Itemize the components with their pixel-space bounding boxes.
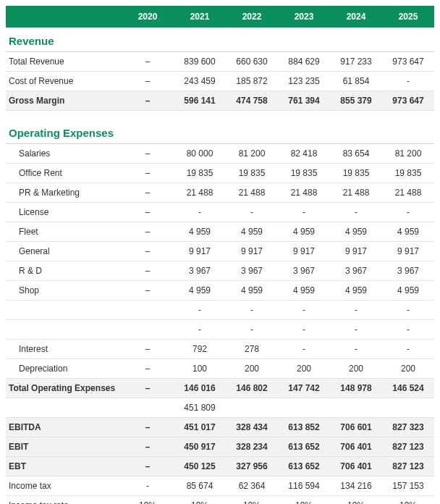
- cell: 4 959: [174, 281, 226, 301]
- cell: 19 835: [174, 164, 226, 183]
- row-label: EBT: [6, 457, 122, 476]
- cell: 706 401: [330, 457, 382, 476]
- cell: 4 959: [330, 222, 382, 242]
- table-row: Shop–4 9594 9594 9594 9594 959: [6, 281, 434, 301]
- table-row: Interest–792278---: [6, 340, 434, 359]
- row-label: [6, 320, 122, 340]
- cell: -: [226, 320, 278, 340]
- section-header: Revenue: [6, 28, 434, 52]
- cell: [278, 398, 330, 418]
- section-title: Operating Expenses: [6, 119, 434, 144]
- cell: 62 364: [226, 476, 278, 496]
- mini-row: 451 809: [6, 398, 434, 418]
- cell: -: [278, 203, 330, 222]
- year-header: 2024: [330, 6, 382, 28]
- cell: 81 200: [382, 144, 434, 164]
- cell: 660 630: [226, 52, 278, 72]
- cell: 82 418: [278, 144, 330, 164]
- table-row: License–-----: [6, 203, 434, 222]
- row-label: Fleet: [6, 222, 122, 242]
- cell: 328 434: [226, 418, 278, 437]
- row-label: EBIT: [6, 437, 122, 457]
- financial-table: 2020 2021 2022 2023 2024 2025 RevenueTot…: [6, 6, 434, 504]
- cell: 884 629: [278, 52, 330, 72]
- total-opex-row: Total Operating Expenses–146 016146 8021…: [6, 379, 434, 398]
- cell: -: [174, 320, 226, 340]
- table-row: Cost of Revenue–243 459185 872123 23561 …: [6, 72, 434, 91]
- year-header: 2023: [278, 6, 330, 28]
- cell: 327 956: [226, 457, 278, 476]
- cell: -: [330, 340, 382, 359]
- cell: 827 123: [382, 437, 434, 457]
- cell: 147 742: [278, 379, 330, 398]
- cell: 613 652: [278, 457, 330, 476]
- cell: –: [122, 359, 174, 379]
- table-row: Depreciation–100200200200200: [6, 359, 434, 379]
- cell: 200: [226, 359, 278, 379]
- cell: 19%: [382, 496, 434, 505]
- cell: -: [330, 301, 382, 320]
- cell: 4 959: [174, 222, 226, 242]
- cell: 19 835: [330, 164, 382, 183]
- cell: 19%: [278, 496, 330, 505]
- cell: 21 488: [174, 183, 226, 203]
- cell: 19%: [226, 496, 278, 505]
- cell: 19 835: [278, 164, 330, 183]
- cell: [226, 398, 278, 418]
- row-label: PR & Marketing: [6, 183, 122, 203]
- cell: 146 524: [382, 379, 434, 398]
- cell: 792: [174, 340, 226, 359]
- cell: 134 216: [330, 476, 382, 496]
- cell: 146 802: [226, 379, 278, 398]
- cell: -: [278, 320, 330, 340]
- cell: 3 967: [278, 261, 330, 281]
- gross-margin-row: Gross Margin–596 141474 758761 394855 37…: [6, 91, 434, 111]
- cell: 9 917: [174, 242, 226, 261]
- year-header: 2020: [122, 6, 174, 28]
- cell: 4 959: [278, 281, 330, 301]
- row-label: Depreciation: [6, 359, 122, 379]
- cell: 123 235: [278, 72, 330, 91]
- cell: 3 967: [382, 261, 434, 281]
- header-row: 2020 2021 2022 2023 2024 2025: [6, 6, 434, 28]
- row-label: [6, 398, 122, 418]
- cell: 19%: [122, 496, 174, 505]
- section-header: Operating Expenses: [6, 119, 434, 144]
- row-label: Interest: [6, 340, 122, 359]
- cell: 19 835: [226, 164, 278, 183]
- cell: [330, 398, 382, 418]
- cell: -: [174, 301, 226, 320]
- cell: 3 967: [174, 261, 226, 281]
- section-title: Revenue: [6, 28, 434, 52]
- year-header: 2025: [382, 6, 434, 28]
- cell: -: [278, 301, 330, 320]
- cell: –: [122, 72, 174, 91]
- cell: 450 917: [174, 437, 226, 457]
- cell: 827 323: [382, 418, 434, 437]
- row-label: Cost of Revenue: [6, 72, 122, 91]
- cell: 200: [278, 359, 330, 379]
- cell: 4 959: [278, 222, 330, 242]
- cell: 9 917: [278, 242, 330, 261]
- cell: 706 401: [330, 437, 382, 457]
- row-label: EBITDA: [6, 418, 122, 437]
- table-row: Fleet–4 9594 9594 9594 9594 959: [6, 222, 434, 242]
- cell: 85 674: [174, 476, 226, 496]
- row-label: Income tax rate: [6, 496, 122, 505]
- cell: [122, 398, 174, 418]
- cell: 146 016: [174, 379, 226, 398]
- cell: -: [382, 320, 434, 340]
- cell: -: [226, 301, 278, 320]
- cell: 157 153: [382, 476, 434, 496]
- cell: 450 125: [174, 457, 226, 476]
- result-row: Income tax rate19%19%19%19%19%19%: [6, 496, 434, 505]
- cell: 3 967: [330, 261, 382, 281]
- cell: -: [122, 476, 174, 496]
- cell: 83 654: [330, 144, 382, 164]
- cell: 613 852: [278, 418, 330, 437]
- cell: 917 233: [330, 52, 382, 72]
- cell: 19 835: [382, 164, 434, 183]
- cell: 3 967: [226, 261, 278, 281]
- row-label: Gross Margin: [6, 91, 122, 111]
- cell: –: [122, 261, 174, 281]
